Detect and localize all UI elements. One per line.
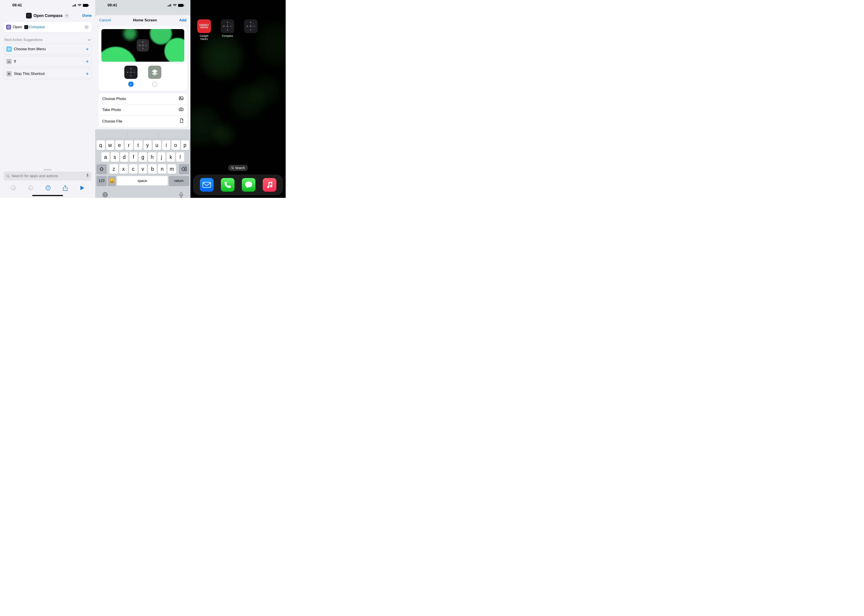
app-compass[interactable]: Compass bbox=[219, 19, 236, 41]
key-s[interactable]: s bbox=[111, 152, 119, 162]
open-app-icon bbox=[6, 25, 11, 30]
globe-key[interactable] bbox=[102, 192, 108, 198]
photo-icon bbox=[179, 96, 183, 101]
add-button[interactable]: Add bbox=[179, 18, 186, 22]
phone-app[interactable] bbox=[221, 178, 234, 192]
key-f[interactable]: f bbox=[129, 152, 137, 162]
svg-point-28 bbox=[48, 187, 48, 187]
svg-rect-17 bbox=[8, 49, 11, 49]
dock bbox=[193, 174, 283, 195]
key-n[interactable]: n bbox=[158, 164, 167, 174]
open-app-action[interactable]: Open Compass bbox=[3, 22, 92, 32]
app-parameter[interactable]: Compass bbox=[24, 25, 46, 29]
key-o[interactable]: o bbox=[172, 140, 180, 150]
key-l[interactable]: l bbox=[176, 152, 184, 162]
home-indicator[interactable] bbox=[32, 195, 63, 196]
choose-file-row[interactable]: Choose File bbox=[99, 115, 187, 127]
numbers-key[interactable]: 123 bbox=[96, 176, 107, 186]
search-input[interactable] bbox=[11, 174, 84, 178]
radio-unselected[interactable] bbox=[152, 82, 157, 87]
messages-app[interactable] bbox=[242, 178, 255, 192]
app-gadget-hacks[interactable]: GADGET HACKS Gadget Hacks bbox=[196, 19, 212, 41]
suggestion-if[interactable]: If + bbox=[3, 56, 92, 67]
chevron-down-icon[interactable] bbox=[65, 13, 69, 18]
dictation-icon[interactable] bbox=[86, 174, 89, 178]
suggestion-stop[interactable]: Stop This Shortcut + bbox=[3, 68, 92, 79]
done-button[interactable]: Done bbox=[82, 13, 92, 18]
search-icon bbox=[6, 174, 10, 178]
keyboard-suggestions[interactable] bbox=[96, 131, 190, 138]
key-j[interactable]: j bbox=[157, 152, 165, 162]
space-key[interactable]: space bbox=[117, 176, 168, 186]
suggestion-label: Choose from Menu bbox=[14, 47, 46, 51]
key-v[interactable]: v bbox=[138, 164, 147, 174]
key-a[interactable]: a bbox=[101, 152, 110, 162]
app-compass-shortcut[interactable] bbox=[242, 19, 259, 41]
svg-point-19 bbox=[8, 62, 9, 63]
shift-key[interactable] bbox=[96, 164, 107, 174]
key-c[interactable]: c bbox=[129, 164, 137, 174]
preview-card: ✓ bbox=[99, 27, 187, 91]
undo-button[interactable] bbox=[11, 185, 16, 192]
key-z[interactable]: z bbox=[110, 164, 118, 174]
key-h[interactable]: h bbox=[148, 152, 156, 162]
key-m[interactable]: m bbox=[167, 164, 176, 174]
drag-handle[interactable] bbox=[44, 169, 52, 170]
sheet-title: Home Screen bbox=[133, 18, 157, 22]
suggestion-choose-menu[interactable]: Choose from Menu + bbox=[3, 44, 92, 55]
emoji-key[interactable]: 😀 bbox=[108, 176, 116, 186]
icon-source-options: Choose Photo Take Photo Choose File bbox=[99, 93, 187, 127]
shortcuts-icon bbox=[148, 66, 161, 79]
music-app[interactable] bbox=[263, 178, 276, 192]
key-p[interactable]: p bbox=[181, 140, 189, 150]
icon-choice-shortcuts[interactable] bbox=[148, 66, 161, 87]
choose-photo-row[interactable]: Choose Photo bbox=[99, 93, 187, 104]
take-photo-row[interactable]: Take Photo bbox=[99, 104, 187, 115]
search-bar[interactable] bbox=[3, 171, 92, 181]
shortcut-title-group[interactable]: Open Compass bbox=[26, 13, 69, 19]
key-k[interactable]: k bbox=[167, 152, 175, 162]
key-r[interactable]: r bbox=[125, 140, 133, 150]
key-i[interactable]: i bbox=[162, 140, 171, 150]
redo-button[interactable] bbox=[28, 185, 33, 192]
mail-app[interactable] bbox=[200, 178, 214, 192]
add-suggestion-button[interactable]: + bbox=[86, 71, 89, 77]
key-t[interactable]: t bbox=[134, 140, 142, 150]
info-button[interactable] bbox=[46, 185, 51, 192]
clear-action-button[interactable] bbox=[84, 25, 89, 30]
option-label: Choose File bbox=[102, 119, 122, 124]
svg-rect-30 bbox=[179, 97, 183, 100]
icon-choices: ✓ bbox=[101, 62, 184, 88]
option-label: Choose Photo bbox=[102, 97, 126, 101]
key-w[interactable]: w bbox=[106, 140, 114, 150]
cancel-button[interactable]: Cancel bbox=[99, 18, 111, 22]
compass-icon bbox=[220, 19, 234, 33]
sheet-header: Cancel Home Screen Add bbox=[95, 15, 190, 25]
return-key[interactable]: return bbox=[169, 176, 189, 186]
key-u[interactable]: u bbox=[153, 140, 161, 150]
delete-key[interactable] bbox=[179, 164, 189, 174]
suggestions-header[interactable]: Next Action Suggestions bbox=[0, 35, 95, 44]
key-g[interactable]: g bbox=[138, 152, 147, 162]
share-button[interactable] bbox=[63, 185, 68, 192]
spotlight-search-button[interactable]: Search bbox=[228, 165, 248, 171]
svg-rect-21 bbox=[8, 73, 10, 75]
dictation-key[interactable] bbox=[179, 192, 183, 198]
key-b[interactable]: b bbox=[148, 164, 157, 174]
svg-rect-24 bbox=[87, 174, 88, 176]
search-icon bbox=[231, 167, 234, 169]
icon-choice-compass[interactable]: ✓ bbox=[124, 66, 137, 87]
add-suggestion-button[interactable]: + bbox=[86, 46, 89, 52]
key-y[interactable]: y bbox=[143, 140, 152, 150]
radio-selected[interactable]: ✓ bbox=[128, 82, 134, 87]
key-q[interactable]: q bbox=[96, 140, 105, 150]
key-e[interactable]: e bbox=[115, 140, 124, 150]
svg-rect-39 bbox=[203, 182, 211, 187]
compass-icon bbox=[26, 13, 32, 19]
run-button[interactable] bbox=[80, 185, 85, 192]
key-x[interactable]: x bbox=[119, 164, 128, 174]
app-label: Gadget Hacks bbox=[196, 35, 212, 41]
add-suggestion-button[interactable]: + bbox=[86, 58, 89, 64]
wifi-icon bbox=[77, 4, 82, 7]
key-d[interactable]: d bbox=[120, 152, 128, 162]
